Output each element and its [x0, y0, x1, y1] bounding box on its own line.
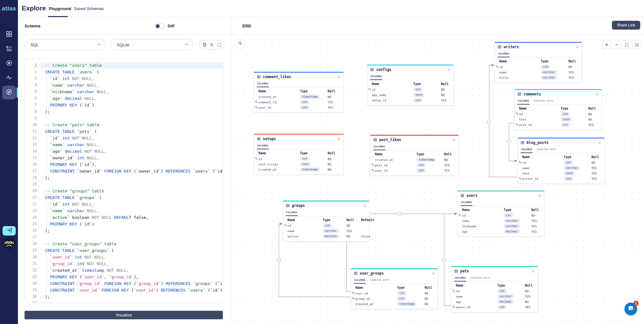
table-icon — [257, 74, 261, 80]
share-link-button[interactable]: Share Link — [612, 21, 640, 30]
format-icon[interactable] — [210, 43, 214, 47]
move-handle-icon[interactable] — [447, 68, 451, 71]
table-rows: id int NO app_name text NO setup_id int … — [367, 87, 454, 105]
diff-toggle[interactable] — [155, 23, 165, 29]
erd-table-post_likes[interactable]: post_likes COLUMNS NameTypeNull created_… — [370, 135, 459, 176]
move-handle-icon[interactable] — [337, 137, 341, 141]
atlas-logo: atlas — [0, 5, 18, 12]
chat-icon — [628, 305, 634, 313]
table-card-header[interactable]: writers — [495, 43, 582, 51]
database-icon[interactable] — [202, 43, 207, 47]
move-handle-icon[interactable] — [595, 93, 599, 96]
erd-table-comments[interactable]: comments COLUMNSFOREIGN KEYS NameTypeNul… — [514, 89, 602, 130]
table-tab-columns[interactable]: COLUMNS — [370, 74, 382, 80]
sidebar-item-schemas[interactable] — [2, 42, 16, 56]
column-null: YES — [591, 172, 604, 175]
table-tab-foreign-keys[interactable]: FOREIGN KEYS — [470, 275, 490, 281]
table-tab-columns[interactable]: COLUMNS — [454, 275, 466, 281]
column-name: name — [287, 229, 323, 233]
table-tab-columns[interactable]: COLUMNS — [373, 144, 385, 150]
erd-table-users[interactable]: users COLUMNS NameTypeNull id int NO nam… — [457, 190, 545, 237]
move-handle-icon[interactable] — [432, 272, 435, 275]
move-handle-icon[interactable] — [575, 45, 579, 49]
sign-in-button[interactable] — [3, 226, 16, 236]
table-tab-columns[interactable]: COLUMNS — [286, 210, 298, 216]
tab-playground[interactable]: Playground — [49, 6, 71, 11]
zoom-in-button[interactable] — [602, 40, 611, 49]
fit-view-button[interactable] — [622, 40, 631, 49]
move-handle-icon[interactable] — [452, 138, 455, 142]
type-badge: varchar — [541, 76, 568, 80]
column-null: YES — [531, 219, 544, 223]
line-number: 6 — [25, 95, 41, 102]
move-handle-icon[interactable] — [337, 75, 341, 79]
table-tab-columns[interactable]: COLUMNS — [257, 143, 269, 149]
erd-table-comment_likes[interactable]: comment_likes COLUMNS NameTypeNull creat… — [254, 72, 344, 113]
table-card-header[interactable]: configs — [367, 65, 454, 74]
erd-table-groups[interactable]: groups COLUMNS NameTypeNullDefault id in… — [283, 201, 370, 242]
fit-screen-button[interactable] — [632, 40, 641, 49]
table-card-header[interactable]: comments — [515, 90, 602, 98]
column-name: user_id — [375, 169, 416, 172]
table-card-header[interactable]: comment_likes — [254, 73, 343, 81]
type-badge: text — [300, 162, 328, 166]
chat-widget-button[interactable]: 1 — [624, 303, 637, 315]
table-row: name varchar YES — [518, 165, 604, 171]
sidebar-item-explore[interactable] — [2, 86, 16, 99]
dialect-select[interactable]: SQL — [25, 39, 106, 50]
table-card-header[interactable]: user_groups — [351, 269, 438, 277]
erd-search-button[interactable] — [235, 39, 245, 49]
engine-select[interactable]: SQLite — [111, 39, 193, 50]
move-handle-icon[interactable] — [538, 194, 541, 197]
table-tab-columns[interactable]: COLUMNS — [354, 277, 366, 284]
table-card-header[interactable]: setups — [254, 135, 343, 143]
table-card-header[interactable]: blog_posts — [518, 139, 604, 147]
fullscreen-icon[interactable] — [217, 43, 222, 47]
table-card-header[interactable]: users — [458, 191, 544, 200]
column-name: post_id — [519, 123, 561, 127]
code-line: 9 — [25, 115, 223, 122]
zoom-out-button[interactable] — [612, 40, 621, 49]
table-tab-columns[interactable]: COLUMNS — [257, 81, 269, 87]
diff-toggle-knob — [156, 24, 160, 28]
table-tab-foreign-keys[interactable]: FOREIGN KEYS — [370, 277, 390, 284]
topbar: Explore Playground Saved Schemas — [18, 0, 644, 17]
column-null: NO — [328, 168, 343, 171]
move-handle-icon[interactable] — [532, 270, 535, 273]
erd-table-blog_posts[interactable]: blog_posts COLUMNSFOREIGN KEYS NameTypeN… — [517, 138, 605, 184]
table-row: id int NO — [515, 111, 602, 117]
page-title: Explore — [22, 4, 46, 12]
table-card-header[interactable]: pets — [451, 267, 538, 275]
column-header: Type — [497, 284, 525, 287]
table-tabs: COLUMNS — [283, 210, 369, 216]
line-number: 9 — [25, 115, 41, 122]
tab-saved-schemas[interactable]: Saved Schemas — [74, 6, 104, 11]
erd-table-user_groups[interactable]: user_groups COLUMNSFOREIGN KEYS NameType… — [351, 268, 438, 309]
user-avatar[interactable] — [3, 237, 15, 249]
schema-panel-header: Schema Diff — [18, 17, 232, 35]
column-null: NO — [347, 235, 361, 238]
erd-table-writers[interactable]: writers COLUMNS NameTypeNull id int NO n… — [494, 42, 582, 83]
table-tab-foreign-keys[interactable]: FOREIGN KEYS — [534, 98, 553, 105]
table-tab-columns[interactable]: COLUMNS — [517, 98, 529, 105]
erd-canvas[interactable]: comment_likes COLUMNS NameTypeNull creat… — [232, 35, 644, 324]
move-handle-icon[interactable] — [363, 204, 366, 207]
table-card-header[interactable]: post_likes — [370, 136, 458, 144]
erd-table-setups[interactable]: setups COLUMNS NameTypeNull id int NO in… — [254, 134, 344, 175]
table-tab-foreign-keys[interactable]: FOREIGN KEYS — [537, 147, 556, 153]
table-tab-columns[interactable]: COLUMNS — [498, 51, 510, 57]
visualize-button[interactable]: Visualize — [25, 311, 223, 319]
sql-editor[interactable]: 1-- Create "users" table2CREATE TABLE `u… — [25, 59, 223, 303]
sidebar-item-monitoring[interactable] — [2, 71, 16, 85]
move-handle-icon[interactable] — [598, 141, 602, 145]
list-icon — [6, 45, 13, 53]
erd-table-configs[interactable]: configs COLUMNS NameTypeNull id int NO a… — [367, 65, 454, 105]
sidebar-item-runs[interactable] — [2, 57, 16, 71]
erd-table-pets[interactable]: pets COLUMNSFOREIGN KEYS NameTypeNull id… — [451, 266, 538, 312]
table-tab-columns[interactable]: COLUMNS — [521, 147, 533, 153]
table-tab-columns[interactable]: COLUMNS — [460, 200, 472, 206]
table-card-header[interactable]: groups — [283, 202, 369, 210]
type-badge: int — [300, 100, 328, 104]
sidebar-item-dashboard[interactable] — [2, 28, 16, 42]
type-badge: text — [561, 117, 588, 122]
